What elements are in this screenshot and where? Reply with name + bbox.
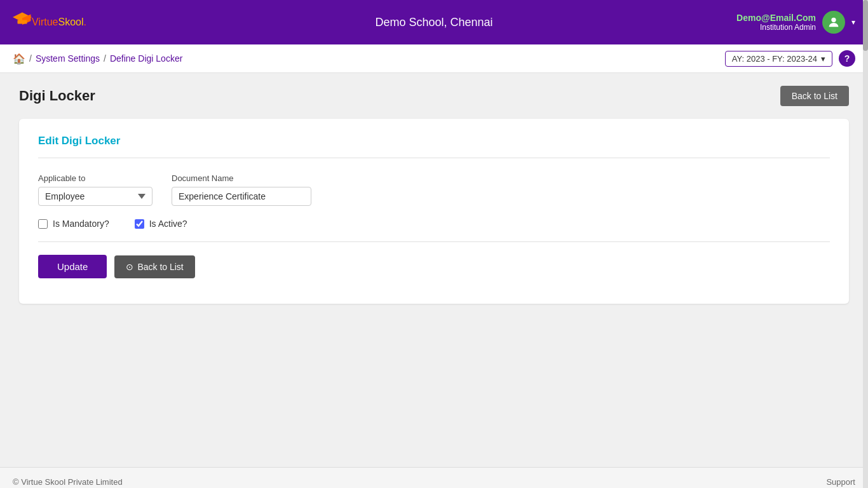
home-icon[interactable]: 🏠 — [13, 53, 25, 65]
logo: VirtueSkool. — [13, 11, 86, 33]
document-name-group: Document Name — [172, 173, 311, 206]
is-active-label: Is Active? — [149, 219, 187, 229]
user-section: Demo@Email.Com Institution Admin ▾ — [736, 11, 855, 34]
is-mandatory-checkbox[interactable] — [38, 219, 48, 229]
user-dropdown-arrow[interactable]: ▾ — [851, 18, 855, 27]
user-email: Demo@Email.Com — [736, 13, 816, 23]
user-info: Demo@Email.Com Institution Admin — [736, 13, 816, 32]
document-name-label: Document Name — [172, 173, 311, 183]
svg-point-3 — [831, 18, 836, 22]
back-to-list-button[interactable]: ⊙ Back to List — [114, 255, 194, 278]
footer-support[interactable]: Support — [826, 477, 855, 487]
avatar[interactable] — [822, 11, 845, 34]
card-title: Edit Digi Locker — [38, 135, 830, 147]
help-button[interactable]: ? — [839, 50, 855, 67]
back-list-icon: ⊙ — [126, 262, 133, 272]
ay-dropdown-icon: ▾ — [821, 54, 825, 64]
is-active-checkbox[interactable] — [135, 219, 144, 229]
is-active-group: Is Active? — [135, 219, 187, 229]
page-title: Digi Locker — [19, 88, 95, 104]
breadcrumb-sep-2: / — [104, 53, 106, 64]
logo-skool: Skool — [58, 17, 84, 28]
svg-rect-2 — [18, 20, 27, 24]
breadcrumb-right: AY: 2023 - FY: 2023-24 ▾ ? — [725, 50, 855, 67]
footer: © Virtue Skool Private Limited Support — [0, 467, 868, 488]
scrollbar-thumb[interactable] — [863, 0, 868, 51]
is-mandatory-label: Is Mandatory? — [53, 219, 109, 229]
applicable-to-select[interactable]: Employee — [38, 187, 153, 206]
user-role: Institution Admin — [736, 23, 816, 32]
action-divider — [38, 241, 830, 242]
card-divider — [38, 158, 830, 158]
breadcrumb-bar: 🏠 / System Settings / Define Digi Locker… — [0, 44, 868, 73]
ay-selector-label: AY: 2023 - FY: 2023-24 — [732, 54, 817, 64]
footer-copyright: © Virtue Skool Private Limited — [13, 477, 123, 487]
update-button[interactable]: Update — [38, 255, 107, 278]
form-row-main: Applicable to Employee Document Name — [38, 173, 830, 206]
back-to-list-header-button[interactable]: Back to List — [780, 86, 849, 106]
action-row: Update ⊙ Back to List — [38, 255, 830, 278]
breadcrumb-system-settings[interactable]: System Settings — [36, 53, 100, 64]
ay-selector[interactable]: AY: 2023 - FY: 2023-24 ▾ — [725, 51, 832, 67]
applicable-to-label: Applicable to — [38, 173, 153, 183]
breadcrumb-sep-1: / — [29, 53, 32, 64]
user-icon — [827, 15, 841, 29]
breadcrumb-current: Define Digi Locker — [110, 53, 182, 64]
checkbox-row: Is Mandatory? Is Active? — [38, 219, 830, 229]
logo-virtue: Virtue — [32, 17, 58, 28]
main-content: Digi Locker Back to List Edit Digi Locke… — [0, 73, 868, 467]
page-header: Digi Locker Back to List — [19, 86, 849, 106]
back-list-label: Back to List — [137, 262, 183, 272]
breadcrumb: 🏠 / System Settings / Define Digi Locker — [13, 53, 182, 65]
logo-period: . — [84, 17, 86, 28]
school-name: Demo School, Chennai — [375, 16, 492, 29]
applicable-to-group: Applicable to Employee — [38, 173, 153, 206]
logo-hat-icon — [13, 11, 32, 27]
scrollbar[interactable] — [863, 0, 868, 488]
document-name-input[interactable] — [172, 187, 311, 206]
main-header: VirtueSkool. Demo School, Chennai Demo@E… — [0, 0, 868, 44]
is-mandatory-group: Is Mandatory? — [38, 219, 109, 229]
edit-card: Edit Digi Locker Applicable to Employee … — [19, 119, 849, 304]
